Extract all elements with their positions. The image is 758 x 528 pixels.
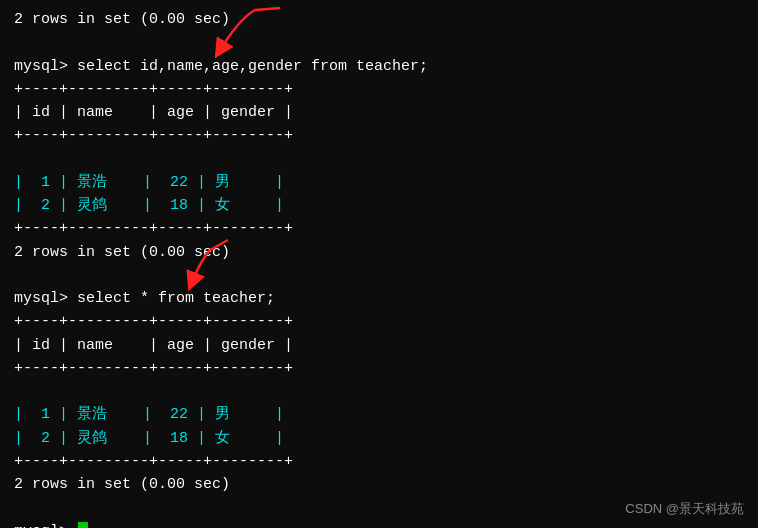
terminal-line: +----+---------+-----+--------+	[14, 357, 744, 380]
terminal-line: mysql> select id,name,age,gender from te…	[14, 55, 744, 78]
terminal-line: | id | name | age | gender |	[14, 334, 744, 357]
terminal-line: +----+---------+-----+--------+	[14, 78, 744, 101]
terminal-line: mysql> select * from teacher;	[14, 287, 744, 310]
terminal-line: +----+---------+-----+--------+	[14, 310, 744, 333]
watermark: CSDN @景天科技苑	[625, 500, 744, 518]
terminal-line: | 1 | 景浩 | 22 | 男 |	[14, 171, 744, 194]
terminal-line	[14, 380, 744, 403]
terminal-line	[14, 148, 744, 171]
terminal-line: 2 rows in set (0.00 sec)	[14, 473, 744, 496]
terminal-line: +----+---------+-----+--------+	[14, 450, 744, 473]
terminal-cursor	[78, 522, 88, 528]
terminal-line: | 2 | 灵鸽 | 18 | 女 |	[14, 427, 744, 450]
terminal-line: | 2 | 灵鸽 | 18 | 女 |	[14, 194, 744, 217]
terminal: 2 rows in set (0.00 sec) mysql> select i…	[0, 0, 758, 528]
terminal-prompt-line: mysql>	[14, 520, 744, 529]
terminal-line: 2 rows in set (0.00 sec)	[14, 241, 744, 264]
terminal-line	[14, 31, 744, 54]
terminal-line: +----+---------+-----+--------+	[14, 124, 744, 147]
terminal-line: | id | name | age | gender |	[14, 101, 744, 124]
terminal-line: | 1 | 景浩 | 22 | 男 |	[14, 403, 744, 426]
terminal-line: +----+---------+-----+--------+	[14, 217, 744, 240]
terminal-line	[14, 264, 744, 287]
terminal-line: 2 rows in set (0.00 sec)	[14, 8, 744, 31]
